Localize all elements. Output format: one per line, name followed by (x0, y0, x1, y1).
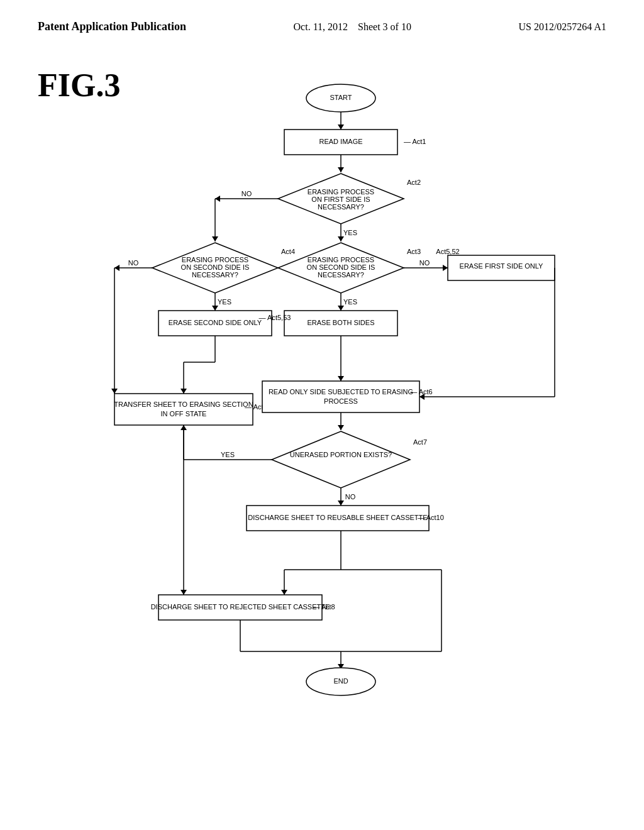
act7-d1: UNERASED PORTION EXISTS? (290, 451, 392, 458)
act3-d3: NECESSARY? (318, 271, 364, 279)
svg-marker-46 (338, 501, 344, 506)
act8-label: — Act8 (313, 603, 335, 611)
act10-label: — Act10 (418, 514, 444, 521)
act9-node2: IN OFF STATE (161, 410, 207, 418)
act2-diamond2: ON FIRST SIDE IS (311, 196, 370, 203)
act3-no: NO (419, 259, 430, 267)
act553-label: — Act5,53 (259, 314, 291, 321)
act2-no: NO (242, 190, 252, 197)
start-node: START (330, 94, 352, 101)
act551-node: ERASE BOTH SIDES (308, 319, 375, 326)
act2-yes: YES (343, 229, 357, 236)
act9-node1: TRANSFER SHEET TO ERASING SECTION (114, 401, 253, 408)
act3-yes: YES (343, 298, 357, 306)
act4-d1: ERASING PROCESS (182, 256, 248, 263)
act10-node: DISCHARGE SHEET TO REUSABLE SHEET CASSET… (248, 514, 427, 521)
svg-marker-13 (443, 265, 448, 271)
act4-d3: NECESSARY? (192, 271, 238, 279)
act4-label: Act4 (281, 248, 295, 255)
act6-node1: READ ONLY SIDE SUBJECTED TO ERASING (269, 388, 413, 396)
fig-label: FIG.3 (38, 67, 120, 104)
patent-number: US 2012/0257264 A1 (518, 19, 606, 35)
svg-marker-40 (338, 425, 344, 430)
svg-marker-49 (180, 590, 187, 595)
act4-no: NO (128, 259, 139, 267)
act1-label: — Act1 (404, 138, 426, 145)
svg-marker-22 (114, 265, 119, 271)
sheet-info: Sheet 3 of 10 (358, 21, 411, 32)
act3-d2: ON SECOND SIDE IS (307, 263, 375, 271)
act3-d1: ERASING PROCESS (308, 256, 374, 263)
act8-node: DISCHARGE SHEET TO REJECTED SHEET CASSET… (151, 603, 330, 611)
act552-label: Act5,52 (436, 248, 459, 255)
header-center: Oct. 11, 2012 Sheet 3 of 10 (294, 19, 411, 35)
publication-date: Oct. 11, 2012 (294, 21, 348, 32)
diagram-area: FIG.3 START READ IMAGE — Act1 ERASING PR… (0, 48, 644, 830)
act2-diamond3: NECESSARY? (318, 203, 364, 211)
act2-label: Act2 (407, 179, 421, 186)
page-header: Patent Application Publication Oct. 11, … (0, 0, 644, 42)
svg-marker-32 (180, 389, 187, 394)
svg-marker-5 (338, 167, 344, 172)
svg-marker-35 (338, 376, 344, 381)
act3-label: Act3 (407, 248, 421, 255)
svg-marker-24 (212, 306, 218, 311)
svg-marker-8 (215, 196, 220, 202)
act552-node: ERASE FIRST SIDE ONLY (460, 262, 544, 270)
act7-label: Act7 (413, 438, 427, 446)
svg-marker-2 (338, 124, 344, 130)
svg-marker-41 (272, 431, 410, 488)
svg-marker-53 (281, 590, 287, 595)
svg-marker-16 (338, 306, 344, 311)
svg-marker-19 (212, 236, 218, 241)
act7-yes: YES (221, 451, 235, 458)
svg-marker-10 (338, 236, 344, 241)
act6-node2: PROCESS (324, 397, 358, 405)
act7-no: NO (345, 493, 356, 501)
svg-marker-28 (111, 389, 118, 394)
publication-label: Patent Application Publication (38, 19, 186, 35)
act6-label: — Act6 (410, 388, 432, 396)
act2-diamond: ERASING PROCESS (308, 188, 374, 196)
read-image-node: READ IMAGE (319, 138, 362, 145)
act4-d2: ON SECOND SIDE IS (181, 263, 250, 271)
act4-yes: YES (218, 298, 231, 306)
act553-node: ERASE SECOND SIDE ONLY (169, 319, 262, 326)
end-node: END (333, 677, 348, 685)
